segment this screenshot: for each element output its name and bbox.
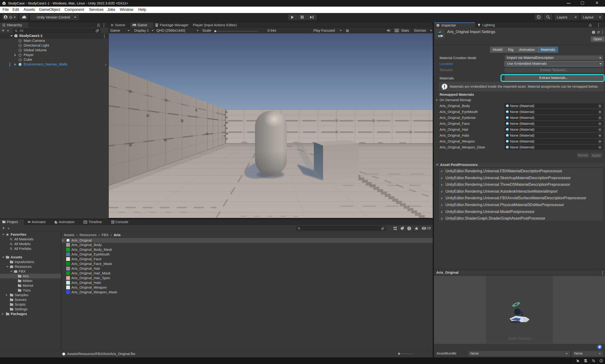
svg-text:?: ?: [593, 31, 594, 34]
